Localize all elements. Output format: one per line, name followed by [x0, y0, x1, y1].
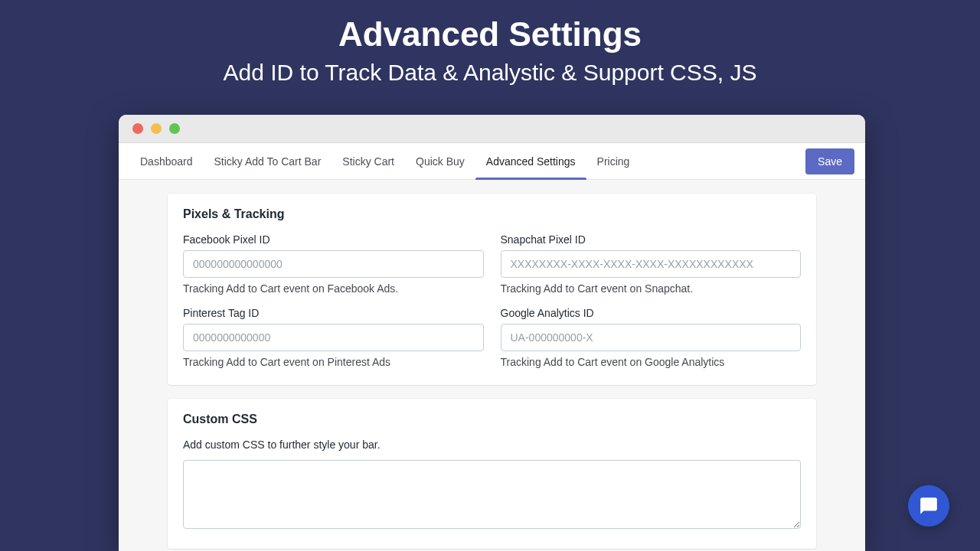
facebook-pixel-hint: Tracking Add to Cart event on Facebook A… — [183, 282, 484, 295]
pixels-tracking-title: Pixels & Tracking — [183, 207, 801, 221]
facebook-pixel-input[interactable] — [183, 250, 484, 278]
chat-widget-button[interactable] — [908, 485, 949, 527]
snapchat-pixel-hint: Tracking Add to Cart event on Snapchat. — [501, 282, 802, 295]
hero-title: Advanced Settings — [0, 15, 980, 54]
snapchat-pixel-field: Snapchat Pixel ID Tracking Add to Cart e… — [501, 233, 802, 295]
chat-icon — [919, 496, 939, 516]
facebook-pixel-label: Facebook Pixel ID — [183, 233, 484, 246]
pinterest-tag-hint: Tracking Add to Cart event on Pinterest … — [183, 356, 484, 368]
tab-dashboard[interactable]: Dashboard — [129, 143, 204, 179]
snapchat-pixel-label: Snapchat Pixel ID — [501, 233, 802, 246]
google-analytics-label: Google Analytics ID — [501, 307, 802, 319]
tab-bar: Dashboard Sticky Add To Cart Bar Sticky … — [119, 143, 865, 180]
window-maximize-icon[interactable] — [169, 123, 180, 134]
tab-sticky-add-to-cart-bar[interactable]: Sticky Add To Cart Bar — [204, 143, 332, 179]
custom-css-description: Add custom CSS to further style your bar… — [183, 439, 801, 451]
tab-advanced-settings[interactable]: Advanced Settings — [475, 143, 586, 179]
save-button[interactable]: Save — [805, 148, 854, 174]
custom-css-title: Custom CSS — [183, 412, 801, 426]
tab-quick-buy[interactable]: Quick Buy — [405, 143, 475, 179]
snapchat-pixel-input[interactable] — [501, 250, 802, 278]
google-analytics-field: Google Analytics ID Tracking Add to Cart… — [501, 307, 802, 368]
tab-sticky-cart[interactable]: Sticky Cart — [332, 143, 405, 179]
pinterest-tag-input[interactable] — [183, 324, 484, 351]
custom-css-textarea[interactable] — [183, 460, 801, 529]
google-analytics-hint: Tracking Add to Cart event on Google Ana… — [501, 356, 802, 368]
app-window: Dashboard Sticky Add To Cart Bar Sticky … — [119, 115, 865, 551]
google-analytics-input[interactable] — [501, 324, 802, 351]
window-minimize-icon[interactable] — [151, 123, 162, 134]
facebook-pixel-field: Facebook Pixel ID Tracking Add to Cart e… — [183, 233, 484, 295]
content-area: Pixels & Tracking Facebook Pixel ID Trac… — [119, 180, 865, 551]
tab-pricing[interactable]: Pricing — [586, 143, 641, 179]
pinterest-tag-field: Pinterest Tag ID Tracking Add to Cart ev… — [183, 307, 484, 368]
pinterest-tag-label: Pinterest Tag ID — [183, 307, 484, 319]
hero-subtitle: Add ID to Track Data & Analystic & Suppo… — [0, 60, 980, 86]
window-titlebar — [119, 115, 865, 143]
pixels-tracking-card: Pixels & Tracking Facebook Pixel ID Trac… — [168, 194, 816, 385]
window-close-icon[interactable] — [132, 123, 143, 134]
custom-css-card: Custom CSS Add custom CSS to further sty… — [168, 399, 816, 549]
